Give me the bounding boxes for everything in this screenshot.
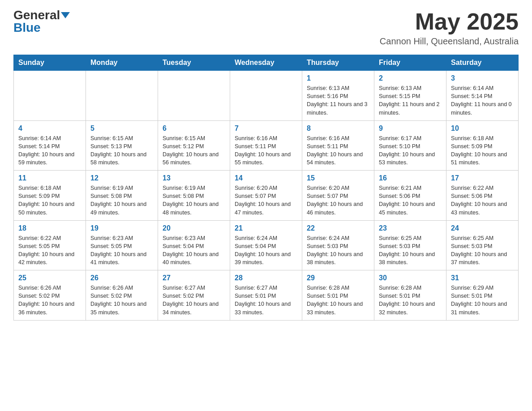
calendar-cell: 19Sunrise: 6:23 AMSunset: 5:05 PMDayligh… [86, 220, 158, 270]
month-title: May 2025 [380, 9, 519, 34]
calendar-cell: 11Sunrise: 6:18 AMSunset: 5:09 PMDayligh… [14, 171, 86, 221]
day-number: 7 [235, 124, 297, 133]
page-header: General Blue May 2025 Cannon Hill, Queen… [13, 9, 519, 47]
day-info: Sunrise: 6:14 AMSunset: 5:14 PMDaylight:… [451, 84, 514, 117]
calendar-cell: 17Sunrise: 6:22 AMSunset: 5:06 PMDayligh… [446, 171, 519, 221]
calendar-cell: 22Sunrise: 6:24 AMSunset: 5:03 PMDayligh… [302, 220, 374, 270]
calendar-cell: 12Sunrise: 6:19 AMSunset: 5:08 PMDayligh… [86, 171, 158, 221]
day-info: Sunrise: 6:16 AMSunset: 5:11 PMDaylight:… [307, 134, 369, 167]
calendar-week-row: 4Sunrise: 6:14 AMSunset: 5:14 PMDaylight… [14, 120, 519, 171]
day-number: 19 [90, 224, 153, 232]
calendar-cell: 16Sunrise: 6:21 AMSunset: 5:06 PMDayligh… [374, 171, 446, 221]
calendar-cell: 2Sunrise: 6:13 AMSunset: 5:15 PMDaylight… [374, 71, 446, 121]
day-number: 25 [18, 274, 81, 282]
day-number: 20 [163, 224, 225, 232]
day-number: 10 [451, 124, 514, 133]
day-number: 15 [307, 174, 369, 182]
day-info: Sunrise: 6:18 AMSunset: 5:09 PMDaylight:… [451, 134, 514, 167]
day-info: Sunrise: 6:28 AMSunset: 5:01 PMDaylight:… [307, 284, 369, 317]
calendar-cell: 28Sunrise: 6:27 AMSunset: 5:01 PMDayligh… [230, 270, 302, 321]
day-info: Sunrise: 6:17 AMSunset: 5:10 PMDaylight:… [379, 134, 442, 167]
calendar-cell: 25Sunrise: 6:26 AMSunset: 5:02 PMDayligh… [14, 270, 86, 321]
day-number: 3 [451, 74, 514, 82]
calendar-cell: 20Sunrise: 6:23 AMSunset: 5:04 PMDayligh… [158, 220, 230, 270]
day-number: 31 [451, 274, 514, 282]
calendar-cell: 1Sunrise: 6:13 AMSunset: 5:16 PMDaylight… [302, 71, 374, 121]
calendar-cell: 6Sunrise: 6:15 AMSunset: 5:12 PMDaylight… [158, 120, 230, 171]
day-info: Sunrise: 6:20 AMSunset: 5:07 PMDaylight:… [235, 184, 297, 217]
day-number: 9 [379, 124, 442, 133]
day-number: 29 [307, 274, 369, 282]
calendar-cell: 31Sunrise: 6:29 AMSunset: 5:01 PMDayligh… [446, 270, 519, 321]
weekday-header-friday: Friday [374, 55, 446, 71]
weekday-header-thursday: Thursday [302, 55, 374, 71]
day-info: Sunrise: 6:24 AMSunset: 5:03 PMDaylight:… [307, 234, 369, 267]
day-number: 14 [235, 174, 297, 182]
day-info: Sunrise: 6:22 AMSunset: 5:05 PMDaylight:… [18, 234, 81, 267]
day-info: Sunrise: 6:16 AMSunset: 5:11 PMDaylight:… [235, 134, 297, 167]
day-info: Sunrise: 6:29 AMSunset: 5:01 PMDaylight:… [451, 284, 514, 317]
weekday-header-sunday: Sunday [14, 55, 86, 71]
calendar-table: SundayMondayTuesdayWednesdayThursdayFrid… [13, 55, 519, 321]
day-number: 13 [163, 174, 225, 182]
calendar-cell [14, 71, 86, 121]
day-number: 5 [90, 124, 153, 133]
day-info: Sunrise: 6:23 AMSunset: 5:05 PMDaylight:… [90, 234, 153, 267]
calendar-week-row: 11Sunrise: 6:18 AMSunset: 5:09 PMDayligh… [14, 171, 519, 221]
day-number: 21 [235, 224, 297, 232]
weekday-header-saturday: Saturday [446, 55, 519, 71]
day-info: Sunrise: 6:18 AMSunset: 5:09 PMDaylight:… [18, 184, 81, 217]
calendar-cell: 8Sunrise: 6:16 AMSunset: 5:11 PMDaylight… [302, 120, 374, 171]
day-number: 1 [307, 74, 369, 82]
calendar-cell: 4Sunrise: 6:14 AMSunset: 5:14 PMDaylight… [14, 120, 86, 171]
day-info: Sunrise: 6:21 AMSunset: 5:06 PMDaylight:… [379, 184, 442, 217]
day-info: Sunrise: 6:24 AMSunset: 5:04 PMDaylight:… [235, 234, 297, 267]
day-info: Sunrise: 6:19 AMSunset: 5:08 PMDaylight:… [163, 184, 225, 217]
day-number: 2 [379, 74, 442, 82]
day-info: Sunrise: 6:26 AMSunset: 5:02 PMDaylight:… [90, 284, 153, 317]
calendar-week-row: 1Sunrise: 6:13 AMSunset: 5:16 PMDaylight… [14, 71, 519, 121]
calendar-cell: 21Sunrise: 6:24 AMSunset: 5:04 PMDayligh… [230, 220, 302, 270]
calendar-week-row: 18Sunrise: 6:22 AMSunset: 5:05 PMDayligh… [14, 220, 519, 270]
day-info: Sunrise: 6:20 AMSunset: 5:07 PMDaylight:… [307, 184, 369, 217]
day-number: 17 [451, 174, 514, 182]
calendar-cell: 5Sunrise: 6:15 AMSunset: 5:13 PMDaylight… [86, 120, 158, 171]
calendar-header-row: SundayMondayTuesdayWednesdayThursdayFrid… [14, 55, 519, 71]
logo-arrow-icon [61, 12, 70, 18]
day-number: 26 [90, 274, 153, 282]
day-number: 23 [379, 224, 442, 232]
day-info: Sunrise: 6:26 AMSunset: 5:02 PMDaylight:… [18, 284, 81, 317]
day-info: Sunrise: 6:25 AMSunset: 5:03 PMDaylight:… [379, 234, 442, 267]
calendar-cell: 14Sunrise: 6:20 AMSunset: 5:07 PMDayligh… [230, 171, 302, 221]
day-info: Sunrise: 6:28 AMSunset: 5:01 PMDaylight:… [379, 284, 442, 317]
calendar-cell: 7Sunrise: 6:16 AMSunset: 5:11 PMDaylight… [230, 120, 302, 171]
calendar-cell: 23Sunrise: 6:25 AMSunset: 5:03 PMDayligh… [374, 220, 446, 270]
day-info: Sunrise: 6:13 AMSunset: 5:15 PMDaylight:… [379, 84, 442, 117]
logo-general-text: General [13, 9, 60, 21]
calendar-cell: 3Sunrise: 6:14 AMSunset: 5:14 PMDaylight… [446, 71, 519, 121]
weekday-header-tuesday: Tuesday [158, 55, 230, 71]
day-number: 12 [90, 174, 153, 182]
day-info: Sunrise: 6:23 AMSunset: 5:04 PMDaylight:… [163, 234, 225, 267]
location-text: Cannon Hill, Queensland, Australia [380, 36, 519, 47]
day-number: 24 [451, 224, 514, 232]
day-number: 6 [163, 124, 225, 133]
day-number: 16 [379, 174, 442, 182]
day-number: 4 [18, 124, 81, 133]
day-info: Sunrise: 6:14 AMSunset: 5:14 PMDaylight:… [18, 134, 81, 167]
logo: General Blue [13, 9, 70, 34]
day-number: 18 [18, 224, 81, 232]
day-info: Sunrise: 6:15 AMSunset: 5:12 PMDaylight:… [163, 134, 225, 167]
calendar-cell: 27Sunrise: 6:27 AMSunset: 5:02 PMDayligh… [158, 270, 230, 321]
day-number: 22 [307, 224, 369, 232]
calendar-cell: 24Sunrise: 6:25 AMSunset: 5:03 PMDayligh… [446, 220, 519, 270]
day-number: 11 [18, 174, 81, 182]
weekday-header-monday: Monday [86, 55, 158, 71]
day-info: Sunrise: 6:27 AMSunset: 5:01 PMDaylight:… [235, 284, 297, 317]
calendar-cell: 13Sunrise: 6:19 AMSunset: 5:08 PMDayligh… [158, 171, 230, 221]
logo-blue-text: Blue [13, 21, 41, 34]
day-number: 27 [163, 274, 225, 282]
day-number: 30 [379, 274, 442, 282]
weekday-header-wednesday: Wednesday [230, 55, 302, 71]
day-info: Sunrise: 6:19 AMSunset: 5:08 PMDaylight:… [90, 184, 153, 217]
